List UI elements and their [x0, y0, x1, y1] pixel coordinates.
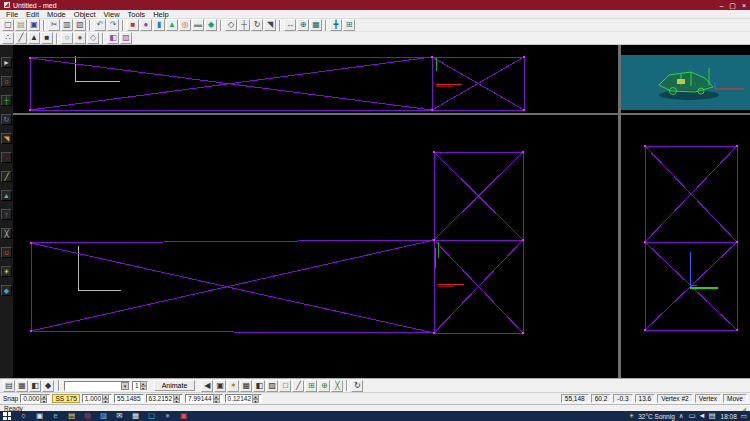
tray-volume-icon[interactable]: ◄ [698, 411, 707, 421]
menu-help[interactable]: Help [149, 10, 172, 19]
store-icon[interactable]: ▦ [128, 411, 143, 421]
torus-icon[interactable]: ◎ [179, 19, 191, 31]
menu-view[interactable]: View [99, 10, 123, 19]
chevron-down-icon[interactable]: ▾ [121, 382, 129, 390]
hide-icon[interactable]: ○ [61, 32, 73, 44]
point-snap-icon[interactable]: ⊕ [318, 380, 330, 392]
animate-button[interactable]: Animate [154, 380, 196, 391]
face-mode-icon[interactable]: ▲ [28, 32, 40, 44]
vertex-mode-icon[interactable]: ∴ [2, 32, 14, 44]
face-tool-icon[interactable]: ▲ [1, 190, 12, 201]
layers-icon[interactable]: ▤ [3, 380, 15, 392]
menu-file[interactable]: File [2, 10, 22, 19]
edge-icon[interactable]: e [48, 411, 63, 421]
rotate-icon[interactable]: ↻ [251, 19, 263, 31]
snap-scale-field[interactable]: 1.000 ▴ ▾ [82, 394, 112, 403]
select-icon[interactable]: ◇ [225, 19, 237, 31]
mail-icon[interactable]: ✉ [112, 411, 127, 421]
coord-y-spinner[interactable]: ▴ ▾ [173, 394, 180, 403]
scale-tool-icon[interactable]: ◥ [1, 133, 12, 144]
spin-down-icon[interactable]: ▾ [40, 399, 47, 404]
keyframe-icon[interactable]: ◆ [42, 380, 54, 392]
spin-down-icon[interactable]: ▾ [173, 399, 180, 404]
viewport-splitter-vertical[interactable] [618, 45, 621, 378]
start-button[interactable] [3, 412, 14, 420]
box-icon[interactable]: ■ [127, 19, 139, 31]
screenshot-icon[interactable]: ▣ [214, 380, 226, 392]
cross-snap-icon[interactable]: ╳ [331, 380, 343, 392]
edge-tool-icon[interactable]: ╱ [1, 171, 12, 182]
viewport-3d-preview[interactable] [621, 55, 750, 110]
texture-icon[interactable]: ▨ [120, 32, 132, 44]
snap-grid-icon[interactable]: ▦ [310, 19, 322, 31]
grid-toggle-icon[interactable]: ▦ [16, 380, 28, 392]
axes-icon[interactable]: ╋ [330, 19, 342, 31]
cone-icon[interactable]: ▲ [166, 19, 178, 31]
coord-z-spinner[interactable]: ▴ ▾ [213, 394, 220, 403]
viewport-main[interactable] [13, 115, 618, 378]
rotate-tool-icon[interactable]: ↻ [1, 114, 12, 125]
med-app-icon[interactable]: ▣ [176, 411, 191, 421]
maximize-button[interactable]: ▢ [729, 2, 736, 9]
action-center-icon[interactable]: ▭ [741, 412, 747, 420]
fit-view-icon[interactable]: ⊞ [343, 19, 355, 31]
mirror-icon[interactable]: ↔ [284, 19, 296, 31]
bounds-toggle-icon[interactable]: □ [279, 380, 291, 392]
weather-text[interactable]: 32°C Sonnig [638, 413, 675, 420]
photos-icon[interactable]: ▨ [96, 411, 111, 421]
knife-tool-icon[interactable]: ╳ [1, 228, 12, 239]
mirror-toggle-icon[interactable]: ◧ [29, 380, 41, 392]
coord-w-field[interactable]: 0.12142 ▴ ▾ [225, 394, 263, 403]
show-icon[interactable]: ● [74, 32, 86, 44]
chrome-icon[interactable]: ◎ [80, 411, 95, 421]
cut-icon[interactable]: ✂ [48, 19, 60, 31]
snap-step-spinner[interactable]: ▴ ▾ [40, 394, 47, 403]
menu-edit[interactable]: Edit [22, 10, 43, 19]
undo-icon[interactable]: ↶ [94, 19, 106, 31]
clock[interactable]: 18:08 [721, 413, 737, 420]
close-button[interactable]: × [742, 2, 746, 9]
timeline-combo[interactable]: ▾ [64, 381, 130, 391]
search-icon[interactable]: ○ [16, 411, 31, 421]
magnet-tool-icon[interactable]: ∪ [1, 247, 12, 258]
frame-stepper[interactable]: 1 ▴ ▾ [132, 381, 148, 391]
select-lasso-icon[interactable]: ○ [1, 76, 12, 87]
new-icon[interactable]: ▢ [2, 19, 14, 31]
menu-tools[interactable]: Tools [124, 10, 150, 19]
camera-tool-icon[interactable]: ◆ [1, 285, 12, 296]
material-icon[interactable]: ◧ [107, 32, 119, 44]
refresh-icon[interactable]: ↻ [351, 380, 363, 392]
snap-highlight-chip[interactable]: SS 175 [52, 394, 79, 403]
menu-mode[interactable]: Mode [43, 10, 70, 19]
coord-w-spinner[interactable]: ▴ ▾ [252, 394, 259, 403]
viewport-splitter-horizontal[interactable] [13, 113, 750, 115]
save-icon[interactable]: ▣ [28, 19, 40, 31]
spin-down-icon[interactable]: ▾ [140, 386, 147, 391]
spin-down-icon[interactable]: ▾ [252, 399, 259, 404]
move-icon[interactable]: ┼ [238, 19, 250, 31]
menu-object[interactable]: Object [70, 10, 100, 19]
open-icon[interactable]: ▤ [15, 19, 27, 31]
select-arrow-icon[interactable]: ► [1, 57, 12, 68]
extrude-tool-icon[interactable]: ↑ [1, 209, 12, 220]
grid-snap-icon[interactable]: ⊞ [305, 380, 317, 392]
coord-y-field[interactable]: 63.2152 ▴ ▾ [146, 394, 184, 403]
copy-icon[interactable]: ▥ [61, 19, 73, 31]
discord-icon[interactable]: ● [160, 411, 175, 421]
explorer-icon[interactable]: ▤ [64, 411, 79, 421]
weld-icon[interactable]: ⊕ [297, 19, 309, 31]
snap-scale-spinner[interactable]: ▴ ▾ [102, 394, 109, 403]
task-view-icon[interactable]: ▣ [32, 411, 47, 421]
normals-toggle-icon[interactable]: ╱ [292, 380, 304, 392]
paste-icon[interactable]: ▧ [74, 19, 86, 31]
plane-icon[interactable]: ▬ [192, 19, 204, 31]
edge-mode-icon[interactable]: ╱ [15, 32, 27, 44]
vertex-tool-icon[interactable]: ∙ [1, 152, 12, 163]
spin-down-icon[interactable]: ▾ [213, 399, 220, 404]
redo-icon[interactable]: ↷ [107, 19, 119, 31]
freeze-icon[interactable]: ◇ [87, 32, 99, 44]
viewport-right[interactable] [621, 115, 750, 378]
scale-icon[interactable]: ◥ [264, 19, 276, 31]
viewport-top[interactable] [13, 45, 618, 113]
titlebar[interactable]: Untitled - med – ▢ × [0, 0, 750, 10]
